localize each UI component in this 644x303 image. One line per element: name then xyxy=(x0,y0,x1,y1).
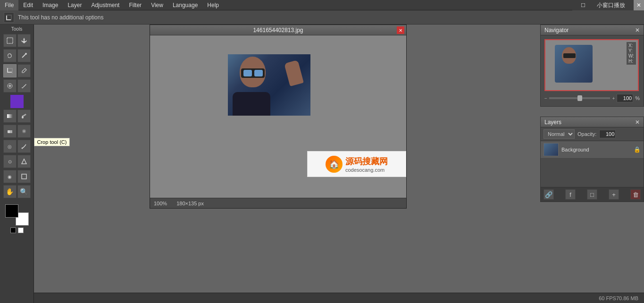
magic-wand-button[interactable] xyxy=(17,49,31,62)
navigator-header: Navigator ✕ xyxy=(541,25,644,35)
right-hand xyxy=(284,60,304,86)
menu-image[interactable]: Image xyxy=(38,0,63,10)
foreground-color-swatch[interactable] xyxy=(5,204,18,218)
window-close-button[interactable]: ✕ xyxy=(634,0,644,10)
link-layers-button[interactable]: 🔗 xyxy=(544,189,554,200)
document-close-button[interactable]: ✕ xyxy=(397,26,404,34)
rect-tool-button[interactable] xyxy=(17,170,31,183)
shape-tool-button[interactable] xyxy=(17,155,31,168)
lasso-tool-button[interactable] xyxy=(3,49,17,62)
blending-mode-select[interactable]: Normal xyxy=(544,129,575,139)
person-image xyxy=(228,54,310,116)
menu-filter[interactable]: Filter xyxy=(124,0,146,10)
memory-usage: 70.86 MB xyxy=(616,295,638,301)
layers-options: Normal Opacity: xyxy=(541,127,644,141)
main-layout: Tools xyxy=(0,25,644,303)
eraser-tool-button[interactable] xyxy=(3,125,17,138)
zoom-percent-input[interactable]: 100 xyxy=(617,94,633,102)
svg-marker-5 xyxy=(21,38,27,43)
app-status-bar: 60 FPS 70.86 MB xyxy=(34,293,644,303)
layers-bottom-toolbar: 🔗 f □ + 🗑 xyxy=(541,187,644,202)
pen-tool-button[interactable] xyxy=(17,140,31,153)
document-canvas: 🏠 源码搜藏网 codesocang.com xyxy=(150,35,406,198)
menu-adjustment[interactable]: Adjustment xyxy=(86,0,124,10)
svg-point-22 xyxy=(21,148,23,149)
menu-file[interactable]: File xyxy=(0,0,18,10)
opacity-input[interactable] xyxy=(599,130,616,138)
svg-line-12 xyxy=(25,69,26,70)
layers-empty-area xyxy=(541,159,644,187)
pencil-tool-button[interactable] xyxy=(17,79,31,93)
zoom-tool-button[interactable]: 🔍 xyxy=(17,185,31,198)
navigator-content: X: Y: W: H: xyxy=(541,35,644,106)
svg-marker-23 xyxy=(22,159,26,164)
crop-tool-button[interactable]: Crop tool (C) xyxy=(3,64,17,77)
layer-effects-button[interactable]: f xyxy=(565,189,576,200)
layers-header: Layers ✕ xyxy=(541,117,644,127)
healing-tool-button[interactable] xyxy=(3,79,17,93)
layer-name-label: Background xyxy=(561,147,631,152)
nav-preview-bg: X: Y: W: H: xyxy=(545,40,638,90)
nav-preview-vr xyxy=(563,53,576,58)
svg-rect-4 xyxy=(7,38,13,43)
menu-layer[interactable]: Layer xyxy=(63,0,86,10)
vr-eye-right xyxy=(254,70,263,76)
marquee-tool-button[interactable] xyxy=(3,34,17,47)
svg-rect-16 xyxy=(22,87,23,88)
hand-tool-button[interactable]: ✋ xyxy=(3,185,17,198)
layer-lock-icon: 🔒 xyxy=(634,146,641,153)
zoom-min-icon: − xyxy=(544,96,547,101)
paint-bucket-button[interactable] xyxy=(17,109,31,123)
tool-group-8: ⊙ xyxy=(3,154,31,168)
menu-view[interactable]: View xyxy=(146,0,168,10)
options-bar: This tool has no additional options xyxy=(0,10,644,25)
move-tool-button[interactable] xyxy=(17,34,31,47)
tool-group-5 xyxy=(3,109,31,123)
tools-label: Tools xyxy=(11,26,22,32)
navigator-zoom-slider[interactable] xyxy=(549,97,611,99)
new-layer-button[interactable]: + xyxy=(609,189,619,200)
options-text: This tool has no additional options xyxy=(18,14,103,21)
tool-group-2 xyxy=(3,49,31,63)
menu-help[interactable]: Help xyxy=(202,0,224,10)
menu-language[interactable]: Language xyxy=(168,0,202,10)
navigator-close-button[interactable]: ✕ xyxy=(635,27,640,34)
navigator-panel: Navigator ✕ X: xyxy=(540,25,644,107)
color-swatch-area[interactable] xyxy=(5,204,29,226)
blur-tool-button[interactable] xyxy=(17,125,31,138)
eyedropper-button[interactable] xyxy=(17,64,31,77)
navigator-preview: X: Y: W: H: xyxy=(544,39,639,91)
tool-group-3: Crop tool (C) xyxy=(3,64,31,78)
watermark-logo: 🏠 xyxy=(326,156,343,173)
gradient-tool-button[interactable] xyxy=(3,109,17,123)
menu-edit[interactable]: Edit xyxy=(18,0,38,10)
watermark-text-url: codesocang.com xyxy=(345,167,388,173)
opacity-label: Opacity: xyxy=(577,131,596,137)
layer-thumbnail xyxy=(544,143,559,156)
smudge-tool-button[interactable]: ⊙ xyxy=(3,155,17,168)
nav-preview-image xyxy=(555,45,593,83)
history-brush-button[interactable]: ◉ xyxy=(3,170,17,183)
canvas-area: 1461654402813.jpg ✕ xyxy=(34,25,644,303)
window-button-container: ☐ 小窗口播放 ✕ xyxy=(572,0,644,10)
tool-group-10: ✋ 🔍 xyxy=(3,185,31,199)
layers-close-button[interactable]: ✕ xyxy=(635,119,640,126)
tool-group-9: ◉ xyxy=(3,169,31,184)
zoom-max-icon: + xyxy=(612,96,615,101)
zoom-slider-thumb xyxy=(577,95,582,101)
purple-swatch[interactable] xyxy=(10,95,24,108)
delete-layer-button[interactable]: 🗑 xyxy=(630,189,641,200)
tool-group-6 xyxy=(3,124,31,138)
watermark-overlay: 🏠 源码搜藏网 codesocang.com xyxy=(307,151,406,177)
window-label: ☐ 小窗口播放 xyxy=(572,0,634,10)
layer-background-row[interactable]: Background 🔒 xyxy=(541,141,644,159)
svg-line-6 xyxy=(22,54,25,58)
tool-group-1 xyxy=(3,34,31,48)
dodge-tool-button[interactable]: ◎ xyxy=(3,140,17,153)
document-title-bar[interactable]: 1461654402813.jpg ✕ xyxy=(150,25,406,35)
zoom-percent-suffix: % xyxy=(635,95,640,101)
person-shoulder xyxy=(233,92,270,116)
coord-y-label: Y: xyxy=(628,48,633,53)
image-dimensions: 180×135 px xyxy=(176,201,204,206)
layer-mask-button[interactable]: □ xyxy=(587,189,597,200)
